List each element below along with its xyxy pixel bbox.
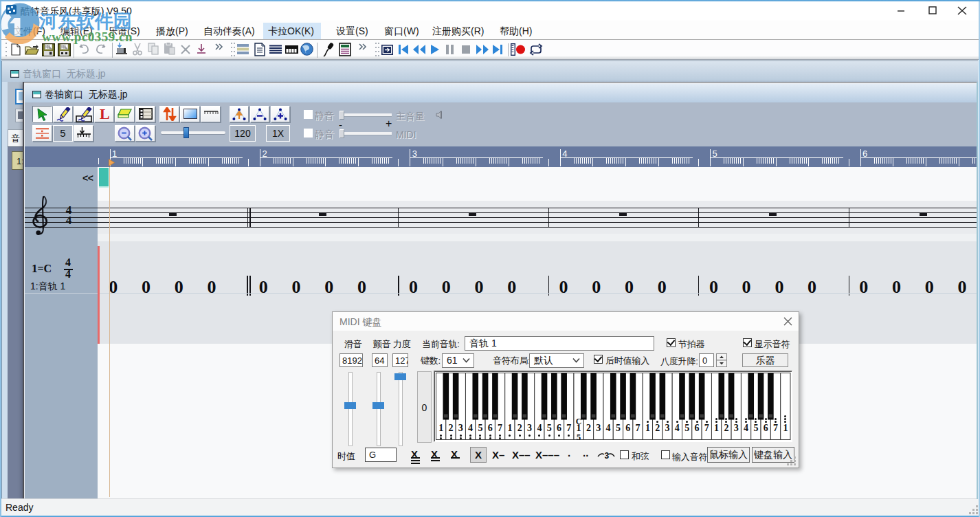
svg-text:3: 3 <box>605 451 610 460</box>
